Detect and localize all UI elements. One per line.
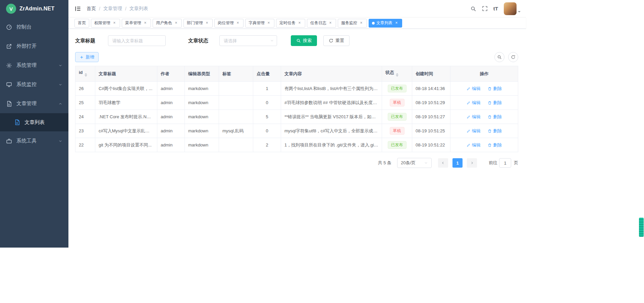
sort-icon[interactable] (85, 72, 87, 78)
app-logo[interactable]: V ZrAdmin.NET (0, 0, 68, 17)
close-icon[interactable]: × (205, 21, 209, 26)
status-badge: 已发布 (388, 113, 407, 121)
search-button[interactable]: 搜索 (291, 35, 317, 46)
tab-label: 定时任务 (279, 20, 296, 26)
tab-permission-mgmt[interactable]: 权限管理 × (91, 19, 120, 28)
table-row: 22 git 为不同的项目设置不同... admin markdown 2 1，… (75, 138, 518, 152)
tab-menu-mgmt[interactable]: 菜单管理 × (122, 19, 151, 28)
delete-link[interactable]: 删除 (488, 114, 502, 120)
cell-content: 有两个list,listA 和listB，listA中有三个属性列为St... (281, 82, 382, 96)
close-icon[interactable]: × (266, 21, 271, 26)
col-content: 文章内容 (281, 66, 382, 82)
page-size-select[interactable]: 20条/页 (397, 158, 432, 168)
tab-dept-mgmt[interactable]: 部门管理 × (183, 19, 213, 28)
tab-article-list[interactable]: 文章列表 × (369, 19, 402, 28)
tab-task-log[interactable]: 任务日志 × (307, 19, 336, 28)
sidebar-item-dashboard[interactable]: 控制台 (0, 17, 68, 37)
close-icon[interactable]: × (235, 21, 240, 26)
sidebar-item-article-mgmt[interactable]: 文章管理 (0, 94, 68, 113)
edit-link[interactable]: 编辑 (467, 86, 481, 92)
goto-label: 前往 (489, 160, 497, 166)
delete-link[interactable]: 删除 (488, 142, 502, 148)
sidebar-item-system-tools[interactable]: 系统工具 (0, 131, 68, 150)
tab-label: 菜单管理 (125, 20, 141, 26)
next-page-button[interactable] (467, 158, 477, 168)
edit-link[interactable]: 编辑 (467, 128, 481, 134)
delete-link[interactable]: 删除 (488, 100, 502, 106)
close-icon[interactable]: × (328, 21, 333, 26)
tab-dict-mgmt[interactable]: 字典管理 × (245, 19, 274, 28)
page-number-current[interactable]: 1 (452, 158, 463, 168)
breadcrumb-article-mgmt[interactable]: 文章管理 (103, 6, 122, 12)
col-id[interactable]: id (75, 66, 95, 82)
article-status-select-input[interactable] (219, 35, 277, 46)
close-icon[interactable]: × (297, 21, 302, 26)
close-icon[interactable]: × (174, 21, 178, 26)
goto-page-input[interactable] (499, 158, 511, 168)
sort-icon[interactable] (396, 72, 398, 78)
edit-link[interactable]: 编辑 (467, 100, 481, 106)
reset-button-label: 重置 (335, 38, 344, 44)
table-header-row: id 文章标题 作者 编辑器类型 标签 点击量 文章内容 状态 创建时间 操作 (75, 66, 518, 82)
toggle-search-button[interactable] (494, 52, 504, 62)
user-menu[interactable] (504, 2, 521, 15)
edit-link[interactable]: 编辑 (467, 114, 481, 120)
prev-page-button[interactable] (438, 158, 448, 168)
cell-author: admin (157, 96, 185, 110)
sidebar-item-label: 文章管理 (16, 100, 37, 107)
monitor-icon (6, 82, 12, 88)
sidebar-item-article-list[interactable]: 文章列表 (0, 113, 68, 131)
dashboard-icon (6, 24, 12, 30)
col-status[interactable]: 状态 (382, 66, 412, 82)
tab-post-mgmt[interactable]: 岗位管理 × (214, 19, 244, 28)
tab-user-role[interactable]: 用户角色 × (153, 19, 182, 28)
sidebar-item-external-open[interactable]: 外部打开 (0, 37, 68, 56)
sidebar-fold-icon[interactable] (74, 5, 81, 12)
sidebar-item-system-monitor[interactable]: 系统监控 (0, 75, 68, 94)
cell-editor: markdown (185, 110, 219, 124)
search-button-label: 搜索 (303, 38, 312, 44)
col-title: 文章标题 (95, 66, 157, 82)
caret-down-icon (518, 11, 521, 14)
cell-id: 25 (75, 96, 95, 110)
tab-label: 部门管理 (187, 20, 203, 26)
add-button[interactable]: 新增 (75, 52, 99, 62)
cell-created: 08-19 10:51:29 (412, 96, 450, 110)
scroll-handle[interactable] (639, 218, 644, 237)
cell-clicks: 1 (253, 82, 281, 96)
cell-content: mysql字符集utf8，c#写入中文后，全部显示成? ... (281, 124, 382, 138)
status-badge: 草稿 (390, 99, 405, 107)
avatar[interactable] (504, 2, 517, 15)
tab-service-monitor[interactable]: 服务监控 × (338, 19, 367, 28)
tab-scheduled-task[interactable]: 定时任务 × (276, 19, 305, 28)
delete-link[interactable]: 删除 (488, 128, 502, 134)
search-icon[interactable] (470, 6, 476, 12)
font-size-icon[interactable]: tT (493, 6, 498, 11)
app-title: ZrAdmin.NET (19, 6, 54, 12)
cell-title: c#写入Mysql中文显示乱码 ... (95, 124, 157, 138)
close-icon[interactable]: × (112, 21, 117, 26)
cell-tags (219, 96, 253, 110)
close-icon[interactable]: × (143, 21, 148, 26)
breadcrumb-article-list[interactable]: 文章列表 (129, 6, 148, 12)
article-status-select[interactable] (219, 35, 277, 46)
filter-bar: 文章标题 文章状态 搜索 重置 (75, 35, 518, 46)
fullscreen-icon[interactable] (482, 6, 488, 11)
edit-link[interactable]: 编辑 (467, 142, 481, 148)
close-icon[interactable]: × (359, 21, 364, 26)
page-size-value: 20条/页 (401, 160, 416, 166)
table-row: 23 c#写入Mysql中文显示乱码 ... admin markdown my… (75, 124, 518, 138)
sidebar-item-label: 系统监控 (16, 81, 37, 88)
sidebar-item-system-mgmt[interactable]: 系统管理 (0, 56, 68, 75)
tab-label: 文章列表 (376, 20, 392, 26)
tab-home[interactable]: 首页 (74, 19, 89, 28)
cell-tags (219, 82, 253, 96)
delete-link[interactable]: 删除 (488, 86, 502, 92)
main-area: 首页 / 文章管理 / 文章列表 tT (68, 0, 526, 248)
close-icon[interactable]: × (394, 21, 399, 26)
refresh-button[interactable] (508, 52, 518, 62)
cell-created: 08-19 10:51:25 (412, 124, 450, 138)
reset-button[interactable]: 重置 (323, 35, 350, 46)
article-title-input[interactable] (108, 35, 166, 46)
breadcrumb-home[interactable]: 首页 (87, 6, 96, 12)
